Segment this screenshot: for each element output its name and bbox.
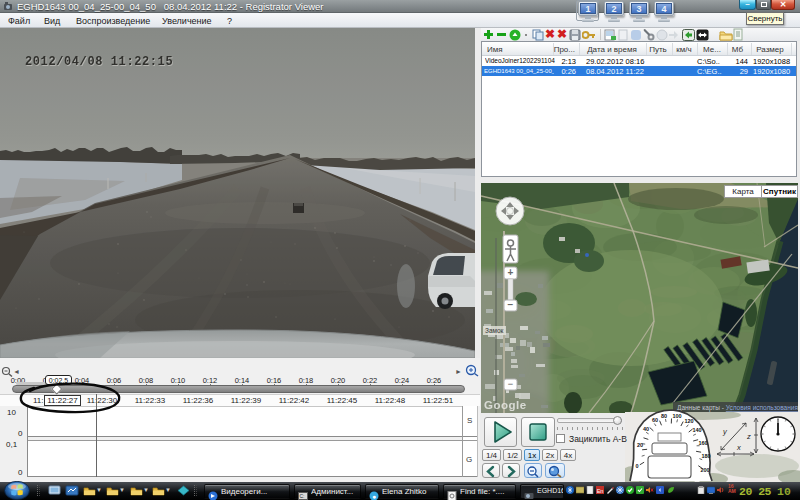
svg-text:x: x — [736, 443, 741, 452]
svg-text:0: 0 — [635, 463, 638, 469]
svg-text:140: 140 — [692, 427, 701, 433]
svg-text:C:: C: — [300, 493, 305, 499]
svg-text:160: 160 — [698, 440, 707, 446]
svg-text:En: En — [597, 488, 604, 494]
svg-text:120: 120 — [684, 418, 693, 424]
svg-text:●: ● — [372, 492, 376, 499]
svg-text:80: 80 — [661, 413, 667, 419]
svg-text:40: 40 — [643, 426, 649, 432]
svg-text:20: 20 — [637, 442, 643, 448]
svg-text:y: y — [722, 427, 728, 436]
svg-text:100: 100 — [672, 413, 681, 419]
svg-text:180: 180 — [701, 453, 710, 459]
svg-text:60: 60 — [652, 417, 658, 423]
svg-text:z: z — [746, 432, 751, 441]
svg-text:200: 200 — [700, 467, 709, 473]
